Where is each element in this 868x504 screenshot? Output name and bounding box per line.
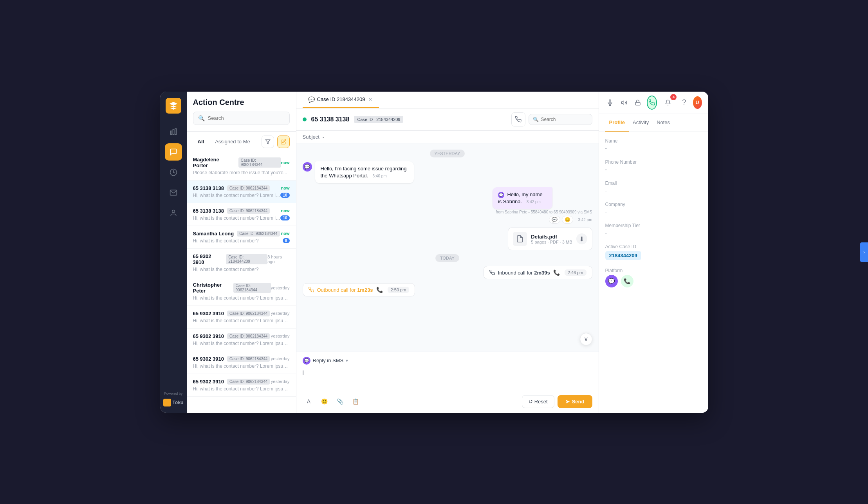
reaction-smile: 😊 [562, 216, 573, 224]
filter-bar: All Assigned to Me [187, 132, 296, 152]
toku-brand-name: Toku [173, 400, 184, 405]
send-icon: ➤ [565, 399, 570, 405]
sidebar-nav: Powered by Toku [160, 92, 187, 413]
file-icon [513, 232, 527, 246]
reset-button[interactable]: ↺ Reset [522, 395, 554, 408]
nav-messages[interactable] [165, 184, 182, 201]
chat-tab[interactable]: 💬 Case ID 2184344209 ✕ [303, 92, 379, 108]
attachment-button[interactable]: 📎 [334, 395, 346, 408]
unread-badge: 10 [280, 215, 289, 220]
conv-preview: Hi, what is the contact number? Lorem ip… [193, 318, 290, 323]
call-duration: 2m39s [534, 270, 550, 276]
lock-icon[interactable] [633, 96, 642, 110]
reply-area: 💬 Reply in SMS ▾ A 🙂 📎 📋 ↺ Reset [296, 352, 599, 413]
conv-case-badge: Case ID: 9062184344 [227, 311, 270, 316]
conv-header: 65 9302 3910 Case ID: 9062184344 yesterd… [193, 379, 290, 385]
tab-notes[interactable]: Notes [653, 114, 674, 132]
notification-wrapper: 4 [661, 96, 675, 110]
conv-preview-text: Hi, what is the contact number? Lorem ip… [193, 295, 290, 301]
panel-title: Action Centre [193, 98, 290, 107]
conv-time: yesterday [271, 356, 290, 361]
reply-input[interactable] [303, 369, 592, 392]
left-panel-header: Action Centre 🔍 [187, 92, 296, 132]
header-search-input[interactable] [541, 117, 588, 122]
svg-rect-1 [173, 130, 174, 135]
platform-icons: 💬 📞 [605, 275, 702, 287]
nav-chat[interactable] [165, 143, 182, 161]
list-item[interactable]: 65 9302 3910 Case ID: 9062184344 yesterd… [187, 374, 296, 397]
reaction-time: 3:42 pm [578, 218, 592, 222]
file-info: Details.pdf 5 pages · PDF · 3 MB [531, 234, 572, 244]
list-item[interactable]: Magdelene Porter Case ID: 9062184344 now… [187, 152, 296, 181]
mic-icon[interactable] [605, 96, 615, 110]
search-input[interactable] [208, 115, 285, 121]
help-icon[interactable]: ? [679, 96, 689, 110]
reply-channel-label: Reply in SMS [313, 358, 344, 363]
tab-activity[interactable]: Activity [629, 114, 653, 132]
conv-preview-text: Hi, what is the contact number? [193, 267, 290, 272]
scroll-down-button[interactable]: ∨ [580, 333, 592, 345]
list-item[interactable]: 65 3138 3138 Case ID: 9062184344 now Hi,… [187, 203, 296, 226]
tab-profile[interactable]: Profile [605, 114, 629, 132]
emoji-button[interactable]: 🙂 [318, 395, 331, 408]
svg-marker-5 [265, 139, 270, 144]
list-item[interactable]: 65 9302 3910 Case ID: 9062184344 yesterd… [187, 351, 296, 374]
platform-sms-icon: 💬 [605, 275, 618, 287]
scroll-controls: ∨ [303, 333, 592, 345]
tab-all[interactable]: All [193, 136, 209, 147]
right-panel: 4 ? U Profile Activity Notes Name - Phon… [599, 92, 708, 413]
conv-preview: Hi, what is the contact number? Lorem ip… [193, 341, 290, 346]
filter-button[interactable] [262, 135, 274, 148]
conv-header: 65 9302 3910 Case ID: 9062184344 yesterd… [193, 333, 290, 339]
volume-icon[interactable] [619, 96, 629, 110]
conv-name-text: 65 9302 3910 [193, 311, 224, 316]
conv-preview: Hi, what is the contact number? Lorem ip… [193, 386, 290, 392]
reply-channel-selector[interactable]: 💬 Reply in SMS ▾ [303, 357, 592, 365]
conv-time: yesterday [271, 311, 290, 316]
conv-preview-text: Hi, what is the contact number? [193, 238, 283, 244]
list-item[interactable]: Samantha Leong Case ID: 9062184344 now H… [187, 226, 296, 249]
conv-header: 65 3138 3138 Case ID: 9062184344 now [193, 185, 290, 191]
list-item[interactable]: 65 9302 3910 Case ID: 9062184344 yesterd… [187, 329, 296, 351]
list-item[interactable]: Christopher Peter Case ID: 9062184344 ye… [187, 277, 296, 306]
conv-case-badge: Case ID: 9062184344 [227, 333, 270, 339]
nav-analytics[interactable] [165, 123, 182, 140]
send-button[interactable]: ➤ Send [558, 395, 592, 408]
list-item[interactable]: 65 9302 3910 Case ID: 2184344209 8 hours… [187, 249, 296, 277]
membership-label: Membership Tier [605, 223, 702, 228]
chat-header-actions: 🔍 [511, 112, 592, 126]
list-item[interactable]: 65 9302 3910 Case ID: 9062184344 yesterd… [187, 306, 296, 329]
phone-icon-button[interactable] [511, 112, 525, 126]
messages-area[interactable]: YESTERDAY 💬 Hello, I'm facing some issue… [296, 143, 599, 352]
conv-case-badge: Case ID: 9062184344 [227, 379, 270, 385]
topbar-icons: 4 ? U [599, 92, 708, 114]
message-row: 💬 Hello, my name is Sabrina. 3:42 pm fro… [303, 187, 592, 224]
active-call-button[interactable] [647, 96, 657, 110]
conv-preview: Hi, what is the contact number? Lorem ip… [193, 193, 290, 198]
message-time: 3:42 pm [527, 200, 541, 204]
file-download-button[interactable]: ⬇ [576, 233, 587, 244]
conv-name-text: Christopher Peter [193, 282, 230, 294]
message-meta: from Sabrina Pete - 55849480 to 65 90493… [493, 210, 592, 214]
tab-assigned[interactable]: Assigned to Me [210, 136, 255, 147]
nav-history[interactable] [165, 164, 182, 181]
conv-preview-text: Hi, what is the contact number? Lorem ip… [193, 386, 290, 392]
template-button[interactable]: 📋 [350, 395, 362, 408]
company-value: - [605, 209, 702, 215]
text-format-button[interactable]: A [303, 395, 315, 408]
app-logo [166, 98, 181, 114]
file-meta: 5 pages · PDF · 3 MB [531, 240, 572, 244]
list-item[interactable]: 65 3138 3138 Case ID: 9062184344 now Hi,… [187, 181, 296, 203]
tab-close-button[interactable]: ✕ [367, 96, 374, 103]
inbound-call-event: Inbound call for 2m39s 📞 2:46 pm [484, 266, 592, 279]
channel-badge: 💬 [498, 192, 504, 198]
nav-contacts[interactable] [165, 204, 182, 222]
compose-button[interactable] [277, 135, 290, 148]
profile-company-field: Company - [605, 202, 702, 215]
user-avatar[interactable]: U [693, 96, 702, 109]
online-status-dot [303, 117, 307, 121]
conv-time: now [281, 231, 290, 236]
date-divider-today: TODAY [435, 254, 459, 262]
call-status-icon: 📞 [376, 287, 383, 293]
message-text: Hello, I'm facing some issue regarding t… [321, 166, 407, 179]
